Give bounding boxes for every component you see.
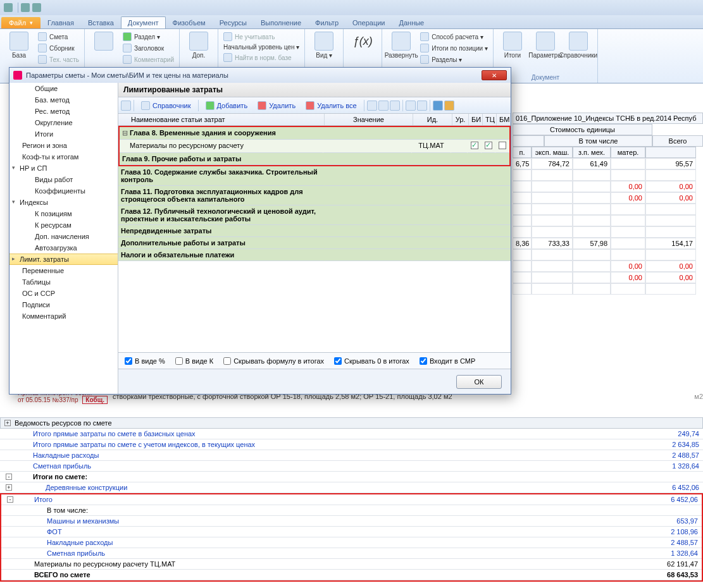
nav-к-позициям[interactable]: К позициям <box>9 208 118 219</box>
add-button[interactable]: Добавить <box>201 99 252 112</box>
cost-row[interactable]: Материалы по ресурсному расчетуТЦ.МАТ <box>120 140 509 153</box>
tab-document[interactable]: Документ <box>121 16 166 28</box>
paste-icon[interactable] <box>390 101 400 111</box>
total-row[interactable]: Машины и механизмы653,97 <box>1 516 702 527</box>
expand-toggle[interactable]: - <box>7 496 13 503</box>
comment-button[interactable]: Комментарий <box>121 54 175 64</box>
total-row[interactable]: Материалы по ресурсному расчету ТЦ.МАТ62… <box>1 559 702 570</box>
nav-к-ресурсам[interactable]: К ресурсам <box>9 219 118 231</box>
nav-нр-и-сп[interactable]: НР и СП <box>9 162 118 174</box>
cost-row[interactable]: Глава 12. Публичный технологический и це… <box>118 205 511 225</box>
razdel-button[interactable]: Раздел ▾ <box>121 32 175 42</box>
checkbox-tc[interactable] <box>485 142 492 149</box>
check-hidezero[interactable]: Скрывать 0 в итогах <box>334 357 409 365</box>
cost-row[interactable]: Непредвиденные затраты <box>118 225 511 237</box>
nav-ос-и-сср[interactable]: ОС и ССР <box>9 288 118 299</box>
expand-icon[interactable]: + <box>4 420 11 426</box>
dialog-titlebar[interactable]: Параметры сметы - Мои сметы\БИМ и тек це… <box>9 68 511 83</box>
tab-operations[interactable]: Операции <box>345 16 392 28</box>
nav-автозагрузка[interactable]: Автозагрузка <box>9 242 118 254</box>
copy-icon[interactable] <box>378 101 389 111</box>
tab-resources[interactable]: Ресурсы <box>213 16 254 28</box>
total-row[interactable]: Итого прямые затраты по смете с учетом и… <box>0 439 703 450</box>
tab-data[interactable]: Данные <box>392 16 431 28</box>
total-row[interactable]: Итого прямые затраты по смете в базисных… <box>0 429 703 439</box>
cost-row[interactable]: Глава 9. Прочие работы и затраты <box>120 153 509 165</box>
nav-общие[interactable]: Общие <box>9 83 118 94</box>
file-tab[interactable]: Файл <box>1 17 40 28</box>
nav-доп-начисления[interactable]: Доп. начисления <box>9 231 118 242</box>
total-row[interactable]: Накладные расходы2 488,57 <box>0 450 703 461</box>
cost-row[interactable]: Налоги и обязательные платежи <box>118 249 511 261</box>
down-icon[interactable] <box>417 101 427 111</box>
nav-индексы[interactable]: Индексы <box>9 197 118 208</box>
qat-undo-icon[interactable] <box>32 3 41 12</box>
deleteall-button[interactable]: Удалить все <box>301 99 361 112</box>
nav-таблицы[interactable]: Таблицы <box>9 276 118 288</box>
delete-button[interactable]: Удалить <box>253 99 300 112</box>
ok-button[interactable]: ОК <box>456 375 502 389</box>
total-row[interactable]: Сметная прибыль1 328,64 <box>0 461 703 472</box>
total-row[interactable]: Сметная прибыль1 328,64 <box>1 548 702 559</box>
nav-комментарий[interactable]: Комментарий <box>9 310 118 322</box>
baselevel-button[interactable]: Начальный уровень цен ▾ <box>222 43 301 51</box>
dialog-nav[interactable]: ОбщиеБаз. методРес. методОкруглениеИтоги… <box>9 83 118 394</box>
nav-рес-метод[interactable]: Рес. метод <box>9 106 118 117</box>
up-icon[interactable] <box>406 101 416 111</box>
calcmode-button[interactable]: Способ расчета ▾ <box>419 32 489 42</box>
refs-button[interactable]: Справочники <box>563 30 594 74</box>
tab-execution[interactable]: Выполнение <box>254 16 308 28</box>
resource-header[interactable]: + Ведомость ресурсов по смете <box>0 417 703 429</box>
total-row[interactable]: В том числе: <box>1 505 702 516</box>
tab-physvol[interactable]: Физобъем <box>166 16 213 28</box>
nav-итоги[interactable]: Итоги <box>9 128 118 140</box>
smeta-button[interactable]: Смета <box>37 32 80 42</box>
close-button[interactable]: ✕ <box>482 70 507 80</box>
qat-save-icon[interactable] <box>21 3 30 12</box>
tab-insert[interactable]: Вставка <box>81 16 121 28</box>
tab-home[interactable]: Главная <box>40 16 81 28</box>
open-icon[interactable] <box>444 101 454 111</box>
total-row[interactable]: +Деревянные конструкции6 452,06 <box>0 482 703 493</box>
cost-row[interactable]: Глава 11. Подготовка эксплуатационных ка… <box>118 186 511 205</box>
zagolovok-button[interactable]: Заголовок <box>121 43 175 53</box>
check-k[interactable]: В виде К <box>175 357 213 365</box>
total-row[interactable]: Накладные расходы2 488,57 <box>1 537 702 548</box>
expand-toggle[interactable]: - <box>6 474 12 480</box>
save-icon[interactable] <box>433 101 443 111</box>
nav-коэффициенты[interactable]: Коэффициенты <box>9 185 118 197</box>
total-row[interactable]: ВСЕГО по смете68 643,53 <box>1 570 702 580</box>
nav-виды-работ[interactable]: Виды работ <box>9 174 118 185</box>
positiontotals-button[interactable]: Итоги по позиции ▾ <box>419 43 489 53</box>
sections-button[interactable]: Разделы ▾ <box>419 54 489 64</box>
cost-rows[interactable]: Глава 8. Временные здания и сооруженияМа… <box>118 126 511 352</box>
cost-row[interactable]: Дополнительные работы и затраты <box>118 237 511 249</box>
worker-icon[interactable] <box>121 101 131 111</box>
total-row[interactable]: -Итоги по смете: <box>0 472 703 482</box>
nav-переменные[interactable]: Переменные <box>9 265 118 276</box>
nav-коэф-ты-к-итогам[interactable]: Коэф-ты к итогам <box>9 151 118 162</box>
check-percent[interactable]: В виде % <box>125 357 165 365</box>
expand-toggle[interactable]: + <box>6 484 12 491</box>
tehchast-button[interactable]: Тех. часть <box>37 54 80 64</box>
nav-лимит-затраты[interactable]: Лимит. затраты <box>9 254 118 265</box>
nav-округление[interactable]: Округление <box>9 117 118 128</box>
nav-подписи[interactable]: Подписи <box>9 299 118 310</box>
tab-filter[interactable]: Фильтр <box>308 16 345 28</box>
total-row[interactable]: -Итого6 452,06 <box>1 494 702 505</box>
ignore-button[interactable]: Не учитывать <box>222 32 301 42</box>
check-smr[interactable]: Входит в СМР <box>420 357 475 365</box>
cost-row[interactable]: Глава 8. Временные здания и сооружения <box>120 127 509 140</box>
checkbox-bi[interactable] <box>471 142 478 149</box>
cost-row[interactable]: Глава 10. Содержание службы заказчика. С… <box>118 166 511 186</box>
nav-баз-метод[interactable]: Баз. метод <box>9 94 118 106</box>
nav-регион-и-зона[interactable]: Регион и зона <box>9 140 118 151</box>
findnorm-button[interactable]: Найти в норм. базе <box>222 52 301 63</box>
total-row[interactable]: ФОТ2 108,96 <box>1 527 702 537</box>
cut-icon[interactable] <box>367 101 377 111</box>
sbornik-button[interactable]: Сборник <box>37 43 80 53</box>
checkbox-bm[interactable] <box>499 142 506 149</box>
check-hideformula[interactable]: Скрывать формулу в итогах <box>223 357 324 365</box>
reference-button[interactable]: Справочник <box>137 99 196 112</box>
params-button[interactable]: Параметры <box>530 30 561 74</box>
